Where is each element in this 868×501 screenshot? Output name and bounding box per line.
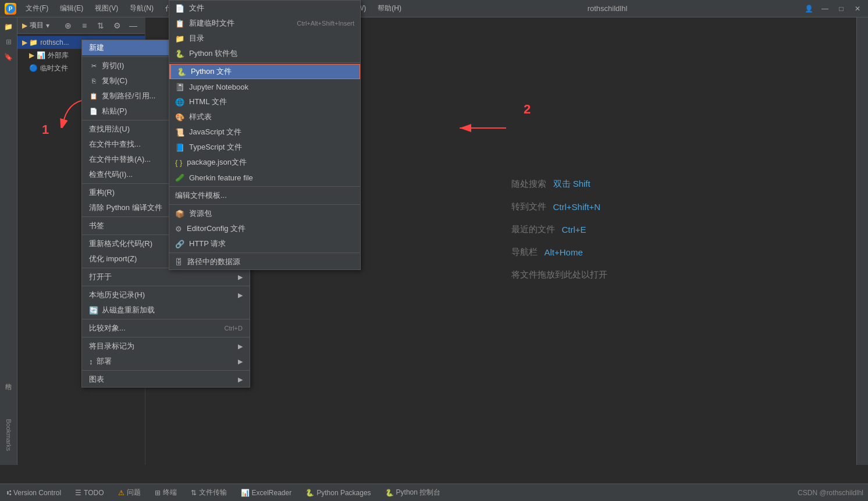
submenu-datasource[interactable]: 🗄 路径中的数据源 (169, 254, 360, 269)
ctx-open-in[interactable]: 打开于 ▶ (82, 269, 250, 285)
ctx-diagram[interactable]: 图表 ▶ (82, 372, 250, 387)
bottom-right-text: CSDN @rothschildlhl (798, 489, 863, 497)
submenu-http[interactable]: 🔗 HTTP 请求 (169, 236, 360, 251)
paste-label: 粘贴(P) (102, 106, 127, 116)
ctx-deploy[interactable]: ↕ 部署 ▶ (82, 354, 250, 369)
submenu-json-label: package.json文件 (187, 157, 247, 168)
submenu-jupyter-label: Jupyter Notebook (189, 83, 248, 91)
bookmark-label: 书签 (89, 221, 104, 231)
right-sidebar (856, 17, 868, 465)
hint-navbar-text: 导航栏 (511, 247, 538, 258)
submenu-python-package[interactable]: 🐍 Python 软件包 (169, 46, 360, 61)
close-panel-icon[interactable]: — (126, 19, 140, 33)
submenu-html[interactable]: 🌐 HTML 文件 (169, 94, 360, 109)
submenu-css-label: 样式表 (189, 112, 212, 122)
ctx-reload[interactable]: 🔄 从磁盘重新加载 (82, 303, 250, 318)
hint-recent-key: Ctrl+E (562, 225, 586, 234)
submenu-file[interactable]: 📄 文件 (169, 1, 360, 16)
libs-folder-icon: ▶ (29, 51, 34, 59)
submenu-python-file[interactable]: 🐍 Python 文件 (169, 64, 360, 79)
bookmark-icon[interactable]: 🔖 (2, 50, 16, 64)
submenu-resource[interactable]: 📦 资源包 (169, 206, 360, 221)
menu-view[interactable]: 视图(V) (90, 2, 123, 15)
ctx-mark-dir[interactable]: 将目录标记为 ▶ (82, 339, 250, 354)
submenu-editorconfig[interactable]: ⚙ EditorConfig 文件 (169, 221, 360, 236)
vc-icon: ⑆ (7, 489, 11, 497)
submenu-temp-label: 新建临时文件 (189, 18, 234, 29)
bookmarks-tab[interactable]: Bookmarks (4, 417, 13, 453)
menu-navigate[interactable]: 导航(N) (125, 2, 158, 15)
root-label: rothsch... (40, 38, 69, 47)
app-logo: P (5, 3, 16, 15)
cut-label: 剪切(I) (102, 61, 124, 71)
submenu-ts[interactable]: 📘 TypeScript 文件 (169, 140, 360, 155)
submenu-css[interactable]: 🎨 样式表 (169, 109, 360, 125)
reformat-label: 重新格式化代码(R) (89, 239, 152, 249)
menu-file[interactable]: 文件(F) (21, 2, 53, 15)
mark-dir-label: 将目录标记为 (89, 341, 134, 351)
collapse-icon[interactable]: ≡ (77, 19, 91, 33)
submenu-sep-4 (169, 253, 360, 253)
refactor-label: 重构(R) (89, 187, 115, 198)
ctx-local-history[interactable]: 本地历史记录(H) ▶ (82, 287, 250, 303)
title-bar: P 文件(F) 编辑(E) 视图(V) 导航(N) 代码(C) 重构(R) 运行… (0, 0, 868, 17)
expand-icon[interactable]: ⊕ (61, 19, 75, 33)
copy-path-label: 复制路径/引用... (102, 91, 155, 101)
submenu-edit-templates[interactable]: 编辑文件模板... (169, 188, 360, 203)
hint-goto: 转到文件 Ctrl+Shift+N (511, 201, 607, 212)
css-icon: 🎨 (175, 113, 184, 122)
submenu-gherkin[interactable]: 🥒 Gherkin feature file (169, 170, 360, 185)
settings-icon[interactable]: ⚙ (110, 19, 124, 33)
diagram-arrow-icon: ▶ (238, 376, 243, 383)
project-header: ▶ 项目 ▾ ⊕ ≡ ⇅ ⚙ — (17, 17, 145, 34)
dropdown-icon[interactable]: ▾ (46, 22, 49, 30)
bottom-transfer-label: 文件传输 (199, 488, 227, 498)
clean-label: 清除 Python 编译文件 (89, 202, 162, 213)
submenu-sep-1 (169, 62, 360, 63)
reload-icon: 🔄 (89, 306, 98, 315)
temp-label: 临时文件 (40, 63, 68, 73)
copy-path-icon: 📋 (89, 91, 98, 101)
structure-tab[interactable]: 结构 (3, 376, 14, 381)
hint-search: 随处搜索 双击 Shift (511, 179, 607, 190)
bottom-excel[interactable]: 📊 ExcelReader (239, 489, 294, 497)
todo-icon: ☰ (75, 489, 81, 497)
bottom-todo[interactable]: ☰ TODO (73, 489, 106, 497)
bottom-bar: ⑆ Version Control ☰ TODO ⚠ 问题 ⊞ 终端 ⇅ 文件传… (0, 484, 868, 501)
submenu-directory[interactable]: 📁 目录 (169, 31, 360, 46)
profile-button[interactable]: 👤 (803, 3, 814, 15)
history-arrow-icon: ▶ (238, 292, 243, 299)
submenu-temp-file[interactable]: 📋 新建临时文件 Ctrl+Alt+Shift+Insert (169, 16, 360, 31)
ts-icon: 📘 (175, 143, 184, 152)
bottom-python-console[interactable]: 🐍 Python 控制台 (383, 488, 443, 498)
bottom-vc[interactable]: ⑆ Version Control (5, 489, 63, 497)
submenu-file-label: 文件 (189, 3, 204, 13)
submenu-jupyter[interactable]: 📓 Jupyter Notebook (169, 79, 360, 94)
diagram-label: 图表 (89, 374, 104, 385)
submenu-js[interactable]: 📜 JavaScript 文件 (169, 125, 360, 140)
copy-label: 复制(C) (102, 76, 127, 86)
close-button[interactable]: ✕ (852, 3, 863, 15)
bottom-terminal[interactable]: ⊞ 终端 (152, 488, 179, 498)
sort-icon[interactable]: ⇅ (94, 19, 108, 33)
bottom-problems[interactable]: ⚠ 问题 (116, 488, 143, 498)
bottom-python-packages[interactable]: 🐍 Python Packages (303, 489, 373, 497)
maximize-button[interactable]: □ (835, 3, 847, 15)
submenu-config-label: EditorConfig 文件 (187, 223, 246, 234)
new-label: 新建 (89, 42, 104, 53)
project-icon[interactable]: 📁 (2, 20, 16, 34)
commit-icon[interactable]: ⊞ (2, 35, 16, 49)
replace-label: 在文件中替换(A)... (89, 154, 151, 165)
submenu-html-label: HTML 文件 (189, 97, 227, 107)
submenu-json[interactable]: { } package.json文件 (169, 155, 360, 170)
bottom-transfer[interactable]: ⇅ 文件传输 (188, 488, 229, 498)
deploy-icon: ↕ (89, 357, 93, 366)
minimize-button[interactable]: — (819, 3, 831, 15)
ctx-compare[interactable]: 比较对象... Ctrl+D (82, 321, 250, 336)
jupyter-icon: 📓 (175, 83, 184, 91)
menu-edit[interactable]: 编辑(E) (55, 2, 88, 15)
project-label: 项目 (30, 20, 44, 30)
menu-help[interactable]: 帮助(H) (373, 2, 406, 15)
hint-drop: 将文件拖放到此处以打开 (511, 269, 607, 280)
project-toolbar: ⊕ ≡ ⇅ ⚙ — (61, 19, 140, 33)
